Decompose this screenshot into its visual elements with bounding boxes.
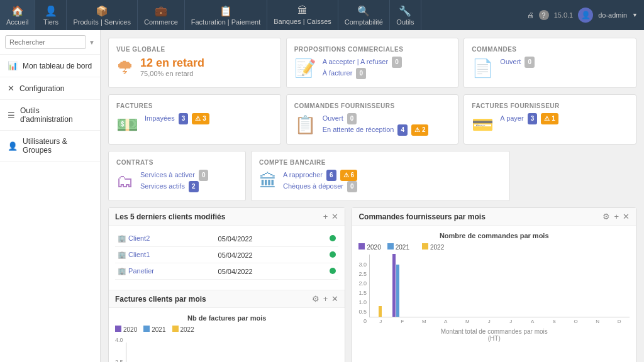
- propositions-accepter-link[interactable]: A accepter | A refuser 0: [323, 57, 451, 68]
- contrats-label: CONTRATS: [116, 159, 238, 166]
- orders-icon: 📋: [294, 114, 316, 135]
- table-row: 🏢 Client2 05/04/2022: [115, 231, 338, 247]
- fournisseurs-ouvert-link[interactable]: Ouvert 0: [323, 113, 451, 124]
- fournisseurs-ouvert-badge: 0: [347, 113, 357, 124]
- compte-bancaire-body: 🏛 A rapprocher 6 ⚠ 6 Chèques à déposer 0: [259, 170, 502, 192]
- factures-bars-container: JFMAMJJASOND: [126, 343, 339, 362]
- help-icon[interactable]: ?: [539, 10, 549, 20]
- supplier-invoice-icon: 💳: [472, 114, 494, 135]
- config-icon: ✕: [8, 84, 14, 93]
- commandes-legend-2021: 2021: [387, 243, 409, 251]
- nav-commerce[interactable]: 💼 Commerce: [138, 0, 185, 30]
- bar: [396, 265, 399, 317]
- vue-globale-title[interactable]: 12 en retard: [140, 57, 273, 70]
- commandes-label: COMMANDES: [472, 46, 628, 53]
- commandes-content: Ouvert 0: [500, 57, 628, 68]
- compte-cheques-badge: 0: [347, 181, 357, 192]
- nav-right: 🖨 ? 15.0.1 👤 do-admin ▼: [521, 0, 644, 30]
- top-nav: 🏠 Accueil 👤 Tiers 📦 Produits | Services …: [0, 0, 644, 30]
- chart-icon: 📊: [8, 61, 18, 70]
- client-date: 05/04/2022: [216, 263, 311, 280]
- contrats-activer-link[interactable]: Services à activer 0: [140, 170, 238, 181]
- box-icon: 📦: [96, 5, 108, 17]
- compte-rapprocher-link[interactable]: A rapprocher 6 ⚠ 6: [283, 170, 502, 181]
- fournisseur-payer-badge1: 3: [528, 113, 538, 124]
- user-dropdown-icon[interactable]: ▼: [632, 12, 638, 18]
- bar-group: [371, 306, 391, 317]
- commandes-chart-legend: 2020 2021 2022: [358, 243, 630, 251]
- client-status: [311, 263, 339, 280]
- commandes-fournisseurs-body: 📋 Ouvert 0 En attente de réception 4 ⚠ 2: [294, 113, 451, 136]
- factures-add-icon[interactable]: +: [323, 294, 328, 304]
- client-name[interactable]: 🏢 Client1: [115, 247, 216, 263]
- factures-filter-icon[interactable]: ⚙: [312, 294, 319, 304]
- compte-cheques-link[interactable]: Chèques à déposer 0: [283, 181, 502, 192]
- cards-row-1: VUE GLOBALE 🌩 12 en retard 75,00% en ret…: [108, 38, 636, 88]
- username-label[interactable]: do-admin: [598, 11, 627, 19]
- card-contrats: CONTRATS 🗂 Services à activer 0 Services…: [108, 151, 246, 201]
- sidebar-item-configuration[interactable]: ✕ Configuration: [0, 77, 100, 100]
- propositions-facturer-link[interactable]: À facturer 0: [323, 68, 451, 79]
- clients-panel-add-icon[interactable]: +: [323, 212, 328, 221]
- nav-comptabilite[interactable]: 🔍 Comptabilité: [338, 0, 390, 30]
- fournisseur-payer-link[interactable]: A payer 3 ⚠ 1: [500, 113, 628, 124]
- table-row: 🏢 Client1 05/04/2022: [115, 247, 338, 263]
- propositions-body: 📝 A accepter | A refuser 0 À facturer 0: [294, 57, 451, 79]
- search-dropdown-icon[interactable]: ▼: [89, 39, 95, 46]
- cards-row-3: CONTRATS 🗂 Services à activer 0 Services…: [108, 151, 636, 201]
- contract-icon: 🗂: [116, 171, 134, 192]
- contrats-actifs-link[interactable]: Services actifs 2: [140, 181, 238, 192]
- bar: [392, 254, 396, 317]
- sidebar-item-outils-admin[interactable]: ☰ Outils d'administration: [0, 100, 100, 131]
- search-icon: 🔍: [357, 5, 370, 17]
- user-avatar[interactable]: 👤: [578, 8, 593, 23]
- bottom-section: Les 5 derniers clients modifiés + ✕ 🏢 Cl…: [108, 207, 636, 362]
- factures-legend-2020: 2020: [115, 326, 137, 333]
- commandes-filter-icon[interactable]: ⚙: [602, 212, 610, 221]
- vue-globale-content: 12 en retard 75,00% en retard: [140, 57, 273, 77]
- nav-produits-services[interactable]: 📦 Produits | Services: [67, 0, 138, 30]
- main-layout: ▼ 📊 Mon tableau de bord ✕ Configuration …: [0, 30, 644, 362]
- factures-content: Impayées 3 ⚠ 3: [145, 113, 273, 124]
- search-input[interactable]: [5, 35, 86, 49]
- factures-fournisseur-content: A payer 3 ⚠ 1: [500, 113, 628, 124]
- card-factures: FACTURES 💵 Impayées 3 ⚠ 3: [108, 94, 281, 145]
- commandes-panel-header: Commandes fournisseurs par mois ⚙ + ✕: [352, 208, 636, 226]
- table-row: 🏢 Panetier 05/04/2022: [115, 263, 338, 280]
- nav-facturation[interactable]: 📋 Facturation | Paiement: [185, 0, 267, 30]
- client-name[interactable]: 🏢 Client2: [115, 231, 216, 247]
- compte-bancaire-content: A rapprocher 6 ⚠ 6 Chèques à déposer 0: [283, 170, 502, 192]
- factures-panel-actions: ⚙ + ✕: [312, 294, 339, 304]
- factures-impayees-link[interactable]: Impayées 3 ⚠ 3: [145, 113, 273, 124]
- commandes-fournisseurs-label: COMMANDES FOURNISSEURS: [294, 102, 451, 109]
- fournisseurs-attente-link[interactable]: En attente de réception 4 ⚠ 2: [323, 124, 451, 136]
- client-name[interactable]: 🏢 Panetier: [115, 263, 216, 280]
- clients-panel-close-icon[interactable]: ✕: [331, 212, 338, 221]
- print-icon[interactable]: 🖨: [527, 11, 534, 19]
- nav-banques[interactable]: 🏛 Banques | Caisses: [267, 0, 338, 30]
- clients-panel-title: Les 5 derniers clients modifiés: [115, 212, 225, 221]
- factures-close-icon[interactable]: ✕: [331, 294, 338, 304]
- factures-body: 💵 Impayées 3 ⚠ 3: [116, 113, 273, 135]
- fournisseurs-attente-badge2: ⚠ 2: [411, 124, 428, 136]
- menu-icon: ☰: [8, 111, 15, 120]
- nav-tiers[interactable]: 👤 Tiers: [35, 0, 67, 30]
- clients-panel-actions: + ✕: [323, 212, 339, 221]
- commandes-ouvert-link[interactable]: Ouvert 0: [500, 57, 628, 68]
- factures-legend-2021: 2021: [143, 326, 165, 333]
- card-factures-fournisseur: FACTURES FOURNISSEUR 💳 A payer 3 ⚠ 1: [464, 94, 636, 145]
- invoice-icon: 💵: [116, 114, 138, 135]
- commandes-close-icon[interactable]: ✕: [623, 212, 630, 221]
- commandes-chart-subtitle: Montant total de commandes par mois(HT): [358, 328, 630, 342]
- sidebar-item-utilisateurs[interactable]: 👤 Utilisateurs & Groupes: [0, 131, 100, 162]
- home-icon: 🏠: [11, 5, 24, 17]
- nav-accueil[interactable]: 🏠 Accueil: [0, 0, 35, 30]
- factures-panel-title: Factures clients par mois: [115, 295, 206, 304]
- commandes-chart-title: Nombre de commandes par mois: [358, 232, 630, 239]
- nav-outils[interactable]: 🔧 Outils: [390, 0, 421, 30]
- commandes-add-icon[interactable]: +: [614, 212, 619, 221]
- vue-globale-subtitle: 75,00% en retard: [140, 70, 273, 77]
- sidebar-item-tableau-de-bord[interactable]: 📊 Mon tableau de bord: [0, 55, 100, 77]
- commandes-fournisseurs-content: Ouvert 0 En attente de réception 4 ⚠ 2: [323, 113, 451, 136]
- briefcase-icon: 💼: [155, 5, 167, 17]
